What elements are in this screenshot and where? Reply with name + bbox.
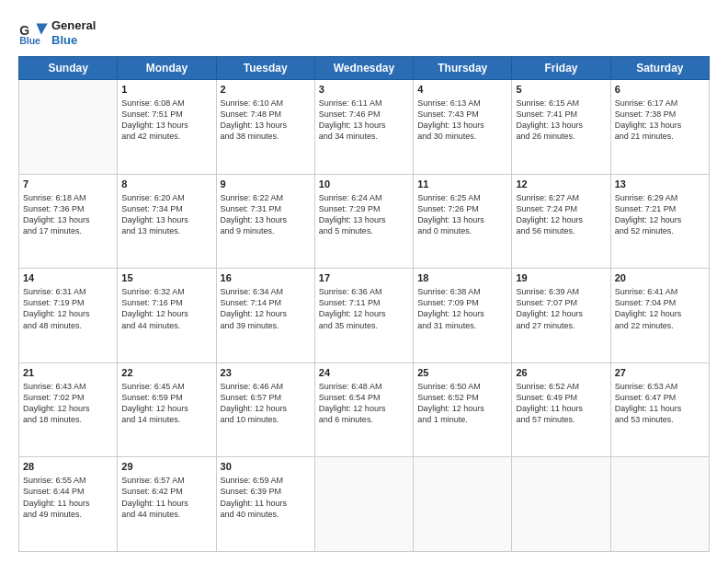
- calendar-cell: 7Sunrise: 6:18 AM Sunset: 7:36 PM Daylig…: [19, 174, 118, 269]
- calendar-cell: 13Sunrise: 6:29 AM Sunset: 7:21 PM Dayli…: [610, 174, 709, 269]
- day-info: Sunrise: 6:48 AM Sunset: 6:54 PM Dayligh…: [319, 381, 409, 426]
- calendar-cell: 17Sunrise: 6:36 AM Sunset: 7:11 PM Dayli…: [314, 269, 413, 363]
- calendar-cell: 10Sunrise: 6:24 AM Sunset: 7:29 PM Dayli…: [314, 174, 413, 269]
- day-number: 22: [121, 366, 211, 380]
- weekday-header-row: SundayMondayTuesdayWednesdayThursdayFrid…: [19, 57, 710, 80]
- calendar-cell: 16Sunrise: 6:34 AM Sunset: 7:14 PM Dayli…: [216, 269, 314, 363]
- calendar-cell: 25Sunrise: 6:50 AM Sunset: 6:52 PM Dayli…: [414, 362, 512, 457]
- day-info: Sunrise: 6:53 AM Sunset: 6:47 PM Dayligh…: [615, 381, 705, 426]
- logo-icon: G Blue: [18, 20, 48, 46]
- day-number: 29: [121, 460, 211, 474]
- day-number: 17: [319, 271, 409, 285]
- day-number: 3: [319, 83, 409, 97]
- weekday-wednesday: Wednesday: [314, 57, 413, 80]
- calendar-cell: 27Sunrise: 6:53 AM Sunset: 6:47 PM Dayli…: [610, 362, 709, 457]
- weekday-friday: Friday: [512, 57, 610, 80]
- week-row-4: 21Sunrise: 6:43 AM Sunset: 7:02 PM Dayli…: [19, 362, 710, 457]
- calendar-cell: 19Sunrise: 6:39 AM Sunset: 7:07 PM Dayli…: [512, 269, 610, 363]
- logo-text-general: General: [51, 18, 96, 33]
- day-info: Sunrise: 6:43 AM Sunset: 7:02 PM Dayligh…: [23, 381, 113, 426]
- day-number: 8: [121, 178, 211, 191]
- calendar-cell: 8Sunrise: 6:20 AM Sunset: 7:34 PM Daylig…: [118, 174, 216, 269]
- day-number: 21: [23, 366, 113, 380]
- day-info: Sunrise: 6:11 AM Sunset: 7:46 PM Dayligh…: [319, 98, 409, 143]
- week-row-1: 1Sunrise: 6:08 AM Sunset: 7:51 PM Daylig…: [19, 80, 710, 175]
- calendar-cell: 15Sunrise: 6:32 AM Sunset: 7:16 PM Dayli…: [118, 269, 216, 363]
- day-info: Sunrise: 6:08 AM Sunset: 7:51 PM Dayligh…: [121, 98, 211, 143]
- day-info: Sunrise: 6:36 AM Sunset: 7:11 PM Dayligh…: [319, 286, 409, 331]
- calendar-cell: 5Sunrise: 6:15 AM Sunset: 7:41 PM Daylig…: [512, 80, 610, 175]
- weekday-monday: Monday: [118, 57, 216, 80]
- weekday-saturday: Saturday: [610, 57, 709, 80]
- day-number: 20: [615, 271, 705, 285]
- day-info: Sunrise: 6:22 AM Sunset: 7:31 PM Dayligh…: [221, 192, 311, 237]
- day-info: Sunrise: 6:32 AM Sunset: 7:16 PM Dayligh…: [121, 286, 211, 331]
- day-number: 16: [221, 271, 311, 285]
- calendar-cell: [512, 457, 610, 552]
- day-number: 26: [516, 366, 606, 380]
- calendar-table: SundayMondayTuesdayWednesdayThursdayFrid…: [18, 56, 710, 552]
- day-info: Sunrise: 6:57 AM Sunset: 6:42 PM Dayligh…: [121, 475, 211, 520]
- calendar-cell: 11Sunrise: 6:25 AM Sunset: 7:26 PM Dayli…: [414, 174, 512, 269]
- day-number: 11: [417, 178, 507, 191]
- calendar-cell: 26Sunrise: 6:52 AM Sunset: 6:49 PM Dayli…: [512, 362, 610, 457]
- calendar-cell: [314, 457, 413, 552]
- calendar-cell: 12Sunrise: 6:27 AM Sunset: 7:24 PM Dayli…: [512, 174, 610, 269]
- calendar-cell: 21Sunrise: 6:43 AM Sunset: 7:02 PM Dayli…: [19, 362, 118, 457]
- calendar-cell: 24Sunrise: 6:48 AM Sunset: 6:54 PM Dayli…: [314, 362, 413, 457]
- weekday-tuesday: Tuesday: [216, 57, 314, 80]
- logo: G Blue General Blue: [18, 18, 96, 47]
- page-header: G Blue General Blue: [18, 15, 710, 47]
- day-info: Sunrise: 6:46 AM Sunset: 6:57 PM Dayligh…: [221, 381, 311, 426]
- calendar-cell: 14Sunrise: 6:31 AM Sunset: 7:19 PM Dayli…: [19, 269, 118, 363]
- calendar-cell: 29Sunrise: 6:57 AM Sunset: 6:42 PM Dayli…: [118, 457, 216, 552]
- day-info: Sunrise: 6:15 AM Sunset: 7:41 PM Dayligh…: [516, 98, 606, 143]
- day-info: Sunrise: 6:27 AM Sunset: 7:24 PM Dayligh…: [516, 192, 606, 237]
- weekday-sunday: Sunday: [19, 57, 118, 80]
- day-number: 7: [23, 178, 113, 191]
- day-info: Sunrise: 6:38 AM Sunset: 7:09 PM Dayligh…: [417, 286, 507, 331]
- day-number: 10: [319, 178, 409, 191]
- day-info: Sunrise: 6:20 AM Sunset: 7:34 PM Dayligh…: [121, 192, 211, 237]
- day-info: Sunrise: 6:18 AM Sunset: 7:36 PM Dayligh…: [23, 192, 113, 237]
- day-info: Sunrise: 6:24 AM Sunset: 7:29 PM Dayligh…: [319, 192, 409, 237]
- day-number: 14: [23, 271, 113, 285]
- day-info: Sunrise: 6:29 AM Sunset: 7:21 PM Dayligh…: [615, 192, 705, 237]
- day-info: Sunrise: 6:55 AM Sunset: 6:44 PM Dayligh…: [23, 475, 113, 520]
- calendar-cell: [610, 457, 709, 552]
- day-number: 25: [417, 366, 507, 380]
- day-info: Sunrise: 6:50 AM Sunset: 6:52 PM Dayligh…: [417, 381, 507, 426]
- week-row-3: 14Sunrise: 6:31 AM Sunset: 7:19 PM Dayli…: [19, 269, 710, 363]
- day-info: Sunrise: 6:52 AM Sunset: 6:49 PM Dayligh…: [516, 381, 606, 426]
- day-info: Sunrise: 6:41 AM Sunset: 7:04 PM Dayligh…: [615, 286, 705, 331]
- calendar-cell: 22Sunrise: 6:45 AM Sunset: 6:59 PM Dayli…: [118, 362, 216, 457]
- week-row-2: 7Sunrise: 6:18 AM Sunset: 7:36 PM Daylig…: [19, 174, 710, 269]
- day-info: Sunrise: 6:31 AM Sunset: 7:19 PM Dayligh…: [23, 286, 113, 331]
- day-info: Sunrise: 6:59 AM Sunset: 6:39 PM Dayligh…: [221, 475, 311, 520]
- day-number: 6: [615, 83, 705, 97]
- day-number: 2: [221, 83, 311, 97]
- day-number: 1: [121, 83, 211, 97]
- calendar-cell: 4Sunrise: 6:13 AM Sunset: 7:43 PM Daylig…: [414, 80, 512, 175]
- day-number: 5: [516, 83, 606, 97]
- logo-text-blue: Blue: [51, 33, 96, 48]
- calendar-cell: 1Sunrise: 6:08 AM Sunset: 7:51 PM Daylig…: [118, 80, 216, 175]
- calendar-cell: 3Sunrise: 6:11 AM Sunset: 7:46 PM Daylig…: [314, 80, 413, 175]
- day-number: 13: [615, 178, 705, 191]
- week-row-5: 28Sunrise: 6:55 AM Sunset: 6:44 PM Dayli…: [19, 457, 710, 552]
- calendar-cell: 9Sunrise: 6:22 AM Sunset: 7:31 PM Daylig…: [216, 174, 314, 269]
- day-number: 28: [23, 460, 113, 474]
- day-info: Sunrise: 6:39 AM Sunset: 7:07 PM Dayligh…: [516, 286, 606, 331]
- svg-text:Blue: Blue: [19, 35, 40, 46]
- day-info: Sunrise: 6:17 AM Sunset: 7:38 PM Dayligh…: [615, 98, 705, 143]
- calendar-cell: [19, 80, 118, 175]
- day-number: 9: [221, 178, 311, 191]
- day-info: Sunrise: 6:34 AM Sunset: 7:14 PM Dayligh…: [221, 286, 311, 331]
- day-number: 23: [221, 366, 311, 380]
- weekday-thursday: Thursday: [414, 57, 512, 80]
- calendar-cell: 2Sunrise: 6:10 AM Sunset: 7:48 PM Daylig…: [216, 80, 314, 175]
- day-number: 4: [417, 83, 507, 97]
- calendar-cell: 23Sunrise: 6:46 AM Sunset: 6:57 PM Dayli…: [216, 362, 314, 457]
- day-info: Sunrise: 6:10 AM Sunset: 7:48 PM Dayligh…: [221, 98, 311, 143]
- calendar-cell: 18Sunrise: 6:38 AM Sunset: 7:09 PM Dayli…: [414, 269, 512, 363]
